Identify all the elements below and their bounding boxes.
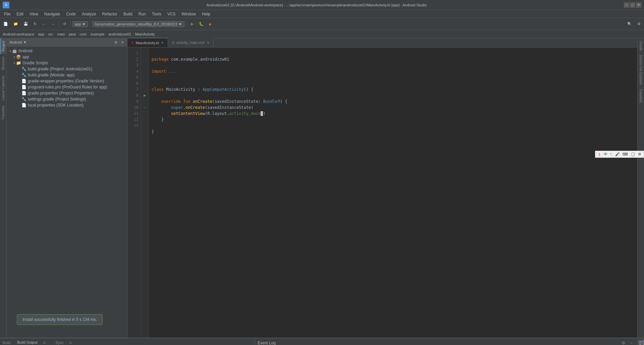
breadcrumb-main[interactable]: main: [57, 32, 65, 36]
project-panel-close[interactable]: ✕: [119, 40, 124, 45]
build-output-tab[interactable]: Build Output: [15, 340, 40, 345]
tree-gradle-properties[interactable]: 📄 gradle.properties (Project Properties): [7, 90, 127, 96]
event-log-settings[interactable]: ⚙: [620, 340, 627, 345]
tab-activity-main-xml[interactable]: X activity_main.xml ✕: [168, 38, 213, 47]
im-punct[interactable]: °,: [609, 152, 613, 156]
sidebar-project-tab[interactable]: Project: [0, 38, 6, 54]
minimize-button[interactable]: ─: [624, 2, 629, 8]
menu-analyze[interactable]: Analyze: [79, 11, 99, 17]
code-editor[interactable]: package com.example.androidzzw01 import …: [149, 48, 637, 338]
menu-vcs[interactable]: VCS: [165, 11, 178, 17]
xml-icon: X: [172, 41, 174, 45]
sidebar-captures-tab[interactable]: Layout Captures: [1, 73, 6, 103]
menu-edit[interactable]: Edit: [14, 11, 26, 17]
menu-navigate[interactable]: Navigate: [42, 11, 63, 17]
event-log-actions: ⚙ −: [620, 340, 635, 345]
tab-close-mainactivity[interactable]: ✕: [161, 41, 164, 45]
sync-tab[interactable]: Sync: [54, 340, 66, 345]
editor-tabs: K MainActivity.kt ✕ X activity_main.xml …: [127, 38, 637, 48]
title-bar-title: Androidzzw01 [G:\Android\Android-workspa…: [9, 3, 624, 7]
breadcrumb-app[interactable]: app: [38, 32, 44, 36]
sidebar-right-favorites[interactable]: Favorites: [638, 88, 643, 104]
toolbar-forward-button[interactable]: →: [49, 21, 57, 27]
toolbar-sep2: [70, 21, 70, 27]
toolbar-stop-button[interactable]: ■: [207, 21, 213, 27]
event-log-minimize[interactable]: −: [628, 340, 635, 345]
menu-tools[interactable]: Tools: [149, 11, 164, 17]
kotlin-icon: K: [131, 41, 134, 45]
tree-gradle-scripts-item[interactable]: ▾ 📁 Gradle Scripts: [7, 60, 127, 66]
breadcrumb-example[interactable]: example: [91, 32, 105, 36]
close-button[interactable]: ✕: [636, 2, 641, 8]
left-sidebar: Project Structure Layout Captures Favori…: [0, 38, 7, 338]
sidebar-right-gradle[interactable]: Gradle: [638, 40, 643, 52]
menu-file[interactable]: File: [1, 11, 13, 17]
breadcrumb-java[interactable]: java: [69, 32, 76, 36]
toolbar-right: 🔍 ⚙: [625, 21, 643, 27]
toolbar-rerun-button[interactable]: ↺: [61, 21, 68, 27]
im-clipboard[interactable]: 📋: [630, 152, 636, 156]
line-numbers: 1 2 3 4 5 6 7 8 9 10 11 12 13: [127, 48, 141, 338]
toolbar-debug-button[interactable]: 🐛: [197, 21, 206, 27]
toolbar-new-button[interactable]: 📄: [1, 21, 10, 27]
tree-local-properties[interactable]: 📄 local.properties (SDK Location): [7, 102, 127, 108]
gutter: ▶ ○: [141, 48, 149, 338]
breadcrumb-com[interactable]: com: [80, 32, 87, 36]
toolbar-settings-button[interactable]: ⚙: [635, 21, 643, 27]
sidebar-structure-tab[interactable]: Structure: [1, 54, 6, 73]
tree-app-item[interactable]: ▾ 📦 app: [7, 54, 127, 60]
menu-build[interactable]: Build: [121, 11, 135, 17]
sync-close[interactable]: ✕: [69, 341, 72, 345]
sidebar-favorites-tab[interactable]: Favorites: [1, 103, 6, 122]
editor-area: K MainActivity.kt ✕ X activity_main.xml …: [127, 38, 637, 338]
im-settings[interactable]: ⚙: [637, 152, 642, 156]
project-panel-settings[interactable]: ⚙: [112, 40, 118, 45]
right-sidebar: Gradle Device File Explorer Favorites: [637, 38, 644, 338]
menu-view[interactable]: View: [27, 11, 41, 17]
toolbar-run-button[interactable]: ▶: [189, 21, 196, 27]
device-dropdown[interactable]: Genymotion_genymotion_vbox86p_8.0_201802…: [92, 21, 184, 27]
menu-refactor[interactable]: Refactor: [100, 11, 120, 17]
title-bar-icon: A: [3, 2, 9, 8]
breadcrumb-android-workspace[interactable]: Android-workspace: [3, 32, 34, 36]
im-chinese[interactable]: 中: [603, 152, 608, 157]
toolbar-sep1: [59, 21, 59, 27]
tree-gradle-wrapper[interactable]: 📄 gradle-wrapper.properties (Gradle Vers…: [7, 78, 127, 84]
toolbar-search-button[interactable]: 🔍: [625, 21, 634, 27]
tab-close-activity-main[interactable]: ✕: [207, 41, 209, 45]
menu-help[interactable]: Help: [199, 11, 213, 17]
toolbar-sep4: [186, 21, 187, 27]
sidebar-right-device[interactable]: Device File Explorer: [638, 54, 643, 86]
im-keyboard[interactable]: ⌨: [622, 152, 629, 156]
toolbar-save-button[interactable]: 💾: [21, 21, 30, 27]
bottom-right-sidebar: Event Log: [637, 338, 644, 345]
tree-settings-gradle[interactable]: 🔧 settings.gradle (Project Settings): [7, 96, 127, 102]
project-panel-actions: ⚙ ✕: [112, 40, 124, 45]
menu-bar: File Edit View Navigate Code Analyze Ref…: [0, 10, 644, 18]
build-output-close[interactable]: ✕: [43, 341, 46, 345]
tree-build-gradle-project[interactable]: 🔧 build.gradle (Project: Androidzzw01): [7, 66, 127, 72]
success-toast: Install successfully finished in 5 s 134…: [17, 314, 103, 325]
toolbar-refresh-button[interactable]: ↻: [32, 21, 39, 27]
tree-build-gradle-module[interactable]: 🔧 build.gradle (Module: app): [7, 72, 127, 78]
editor-content[interactable]: 1 2 3 4 5 6 7 8 9 10 11 12 13: [127, 48, 637, 338]
breadcrumb-mainactivity[interactable]: MainActivity: [135, 32, 155, 36]
toolbar-open-button[interactable]: 📁: [11, 21, 20, 27]
maximize-button[interactable]: □: [630, 2, 635, 8]
breadcrumb-androidzzw01[interactable]: androidzzw01: [108, 32, 131, 36]
tab-mainactivity-kt[interactable]: K MainActivity.kt ✕: [127, 38, 168, 47]
im-mic[interactable]: 🎤: [614, 152, 621, 156]
breadcrumb: Android-workspace › app › src › main › j…: [0, 30, 644, 38]
menu-run[interactable]: Run: [136, 11, 149, 17]
event-log-tab-vertical[interactable]: Event Log: [638, 340, 644, 345]
toolbar-sep3: [90, 21, 90, 27]
toolbar-back-button[interactable]: ←: [40, 21, 48, 27]
app-dropdown[interactable]: app ▼: [72, 21, 88, 27]
breadcrumb-src[interactable]: src: [48, 32, 53, 36]
tree-android-item[interactable]: ▾ 🤖 Android: [7, 48, 127, 54]
title-bar-controls[interactable]: ─ □ ✕: [624, 2, 641, 8]
menu-code[interactable]: Code: [63, 11, 78, 17]
project-tree: ▾ 🤖 Android ▾ 📦 app ▾ 📁 Gradle Scripts 🔧…: [7, 47, 127, 338]
tree-proguard[interactable]: 📄 proguard-rules.pro (ProGuard Rules for…: [7, 84, 127, 90]
menu-window[interactable]: Window: [179, 11, 199, 17]
